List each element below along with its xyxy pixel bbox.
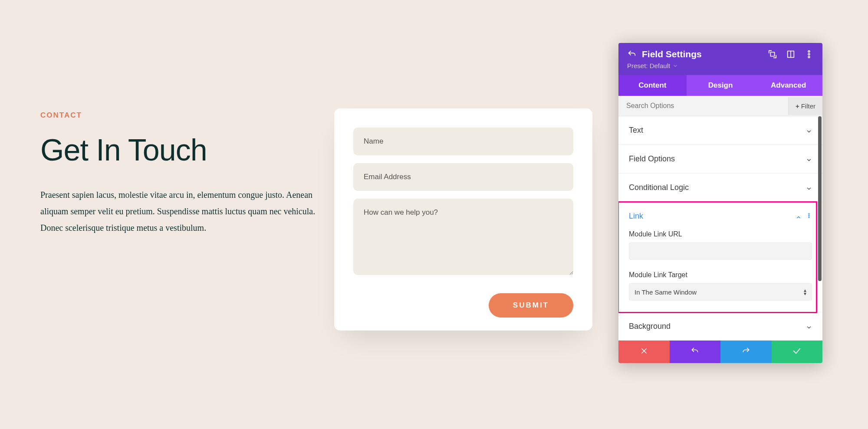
submit-row: SUBMIT: [353, 293, 573, 318]
chevron-down-icon: [806, 324, 812, 330]
page-left-column: CONTACT Get In Touch Praesent sapien lac…: [40, 111, 322, 236]
eyebrow-label: CONTACT: [40, 111, 322, 120]
section-more-icon[interactable]: [806, 212, 812, 221]
svg-point-6: [809, 213, 809, 214]
section-link: Link Module Link URL Module Link Target …: [618, 202, 822, 312]
name-input[interactable]: [353, 128, 573, 155]
filter-button-label: Filter: [801, 102, 815, 110]
section-field-options-head[interactable]: Field Options: [618, 145, 822, 173]
cancel-button[interactable]: [618, 341, 670, 363]
message-textarea[interactable]: [353, 199, 573, 275]
section-background: Background: [618, 312, 822, 341]
section-field-options: Field Options: [618, 145, 822, 174]
section-background-label: Background: [629, 322, 671, 331]
filter-button[interactable]: + Filter: [788, 97, 822, 115]
plus-icon: +: [796, 102, 799, 110]
close-icon: [640, 347, 648, 357]
panel-tabs: Content Design Advanced: [618, 75, 822, 96]
svg-rect-0: [770, 52, 774, 56]
tab-advanced[interactable]: Advanced: [754, 75, 822, 96]
section-background-head[interactable]: Background: [618, 312, 822, 341]
panel-search-bar: + Filter: [618, 96, 822, 116]
back-icon[interactable]: [627, 49, 637, 59]
section-link-content: Module Link URL Module Link Target In Th…: [618, 230, 822, 312]
check-icon: [792, 346, 802, 358]
email-input[interactable]: [353, 163, 573, 191]
search-options-input[interactable]: [618, 96, 788, 116]
field-settings-panel: Field Settings Preset: Default Content D…: [618, 43, 822, 363]
panel-action-bar: [618, 341, 822, 363]
svg-point-4: [808, 53, 810, 55]
svg-point-3: [808, 51, 810, 52]
dock-icon[interactable]: [786, 49, 796, 59]
redo-button[interactable]: [720, 341, 772, 363]
page-headline: Get In Touch: [40, 133, 322, 167]
svg-point-8: [809, 217, 809, 218]
panel-body: Text Field Options Conditional Logic: [618, 116, 822, 341]
panel-scrollbar[interactable]: [818, 116, 822, 341]
chevron-up-icon: [796, 213, 802, 219]
chevron-down-icon: [806, 128, 812, 134]
section-conditional-logic-head[interactable]: Conditional Logic: [618, 174, 822, 202]
section-link-label: Link: [629, 212, 643, 221]
redo-icon: [742, 347, 750, 357]
module-link-url-input[interactable]: [629, 242, 812, 260]
panel-scrollbar-thumb[interactable]: [818, 116, 822, 281]
section-text-label: Text: [629, 126, 643, 135]
section-conditional-logic: Conditional Logic: [618, 174, 822, 202]
panel-header: Field Settings Preset: Default: [618, 43, 822, 75]
module-link-target-value: In The Same Window: [635, 288, 697, 296]
tab-content[interactable]: Content: [618, 75, 687, 96]
submit-button[interactable]: SUBMIT: [489, 293, 573, 318]
module-link-target-select[interactable]: In The Same Window ▴▾: [629, 283, 812, 301]
module-link-target-label: Module Link Target: [629, 271, 812, 279]
panel-title: Field Settings: [642, 49, 768, 59]
select-caret-icon: ▴▾: [804, 288, 806, 295]
tab-design[interactable]: Design: [687, 75, 755, 96]
chevron-down-icon: [806, 185, 812, 191]
contact-form-card: SUBMIT: [334, 108, 592, 331]
expand-icon[interactable]: [768, 49, 777, 59]
svg-point-7: [809, 215, 809, 216]
section-text-head[interactable]: Text: [618, 116, 822, 144]
undo-icon: [690, 347, 699, 357]
save-button[interactable]: [772, 341, 823, 363]
svg-point-5: [808, 56, 810, 58]
section-text: Text: [618, 116, 822, 145]
section-conditional-logic-label: Conditional Logic: [629, 183, 689, 192]
more-vertical-icon[interactable]: [804, 49, 814, 59]
section-field-options-label: Field Options: [629, 154, 675, 164]
preset-label: Preset: Default: [627, 62, 670, 69]
undo-button[interactable]: [670, 341, 721, 363]
page-body-copy: Praesent sapien lacus, molestie vitae ar…: [40, 187, 318, 236]
section-link-head[interactable]: Link: [618, 202, 822, 230]
module-link-url-label: Module Link URL: [629, 230, 812, 238]
chevron-down-icon: [806, 156, 812, 162]
preset-selector[interactable]: Preset: Default: [627, 62, 678, 69]
